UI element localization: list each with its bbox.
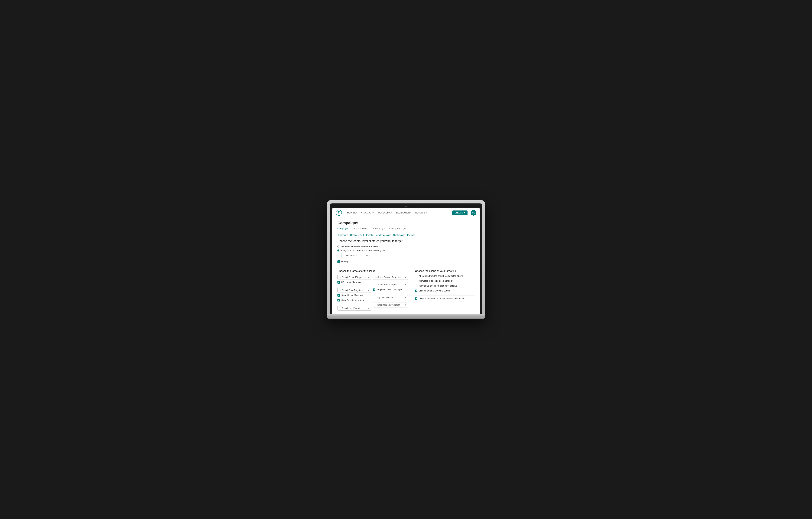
state-house-members-row: State House Members: [338, 294, 371, 297]
scope-all-targets-checkbox[interactable]: [415, 275, 417, 277]
state-senate-members-checkbox[interactable]: [338, 299, 340, 302]
section-divider: [338, 266, 474, 266]
scope-committees-checkbox[interactable]: [415, 280, 417, 282]
georgia-checkbox-row: Georgia: [338, 260, 474, 263]
scope-col: Choose the scope of your targeting All t…: [415, 269, 474, 301]
app-logo: [336, 210, 342, 216]
radio-all-states-label: All available states and federal level: [341, 245, 378, 248]
chevron-down-icon: ▾: [464, 212, 465, 214]
media-targets-dropdown[interactable]: --- Select Media Targets ---: [373, 282, 408, 287]
breadcrumb-sample-message[interactable]: Sample Message: [375, 234, 391, 236]
navbar: PEOPLE ▾ ADVOCACY ▾ MESSAGING ▾ LEGISLAT…: [332, 208, 480, 217]
page-title: Campaigns: [338, 221, 474, 225]
sub-tabs: Campaigns Campaign Report Custom Targets…: [338, 227, 474, 232]
breadcrumb-targets[interactable]: Targets: [366, 234, 373, 236]
georgia-checkbox[interactable]: [338, 261, 340, 263]
scope-committees-label: Members of specified committee(s): [419, 280, 453, 282]
scope-bill-sponsorship-row: Bill sponsorship or voting status: [415, 289, 474, 292]
allow-contact-label: Allow contact based on key contact relat…: [419, 298, 466, 300]
tab-campaigns[interactable]: Campaigns: [338, 227, 349, 231]
tab-custom-targets[interactable]: Custom Targets: [371, 227, 386, 231]
scope-committees-row: Members of specified committee(s): [415, 280, 474, 282]
tab-pending-messages[interactable]: Pending Messages: [388, 227, 407, 231]
scope-individuals-label: Individuals or custom groups of official…: [419, 285, 457, 287]
user-avatar[interactable]: PE: [471, 210, 476, 216]
state-targets-dropdown[interactable]: --- Select State Targets ---: [338, 288, 371, 293]
federal-state-title: Choose the federal level or states you w…: [338, 240, 474, 243]
nav-messaging[interactable]: MESSAGING ▾: [377, 211, 394, 215]
chevron-down-icon: ▾: [426, 212, 427, 214]
radio-selected-row: Only selected. Select from the following…: [338, 249, 474, 252]
laptop-base: [327, 314, 485, 317]
state-senate-members-row: State Senate Members: [338, 299, 371, 302]
scope-bill-sponsorship-label: Bill sponsorship or voting status: [419, 289, 450, 292]
scope-bill-sponsorship-checkbox[interactable]: [415, 289, 417, 292]
us-house-members-row: US House Members: [338, 281, 371, 283]
chevron-down-icon: ▾: [392, 212, 392, 214]
scope-all-targets-row: All targets from the chambers selected a…: [415, 275, 474, 277]
us-house-members-checkbox[interactable]: [338, 281, 340, 283]
state-select-dropdown[interactable]: --- Select State --- Georgia Alabama Flo…: [341, 253, 370, 258]
chevron-down-icon: ▾: [410, 212, 411, 214]
radio-all-states-row: All available states and federal level: [338, 245, 474, 248]
state-house-members-checkbox[interactable]: [338, 294, 340, 297]
radio-selected[interactable]: [338, 249, 340, 252]
radio-all-states[interactable]: [338, 245, 340, 248]
regulations-targets-dropdown[interactable]: --- Regulations.gov Targets ---: [373, 303, 408, 307]
tab-campaign-report[interactable]: Campaign Report: [352, 227, 368, 231]
us-house-members-label: US House Members: [341, 281, 361, 283]
laptop-bottom: [327, 317, 485, 319]
breadcrumb: Campaigns › Options › Alert › Targets › …: [338, 234, 474, 236]
laptop-camera: [405, 206, 407, 207]
georgia-label: Georgia: [341, 260, 349, 263]
create-button[interactable]: CREATE ▾: [453, 211, 467, 215]
custom-media-agency-regulations-col: --- Select Custom Targets --- --- Select…: [373, 275, 408, 311]
federal-targets-dropdown[interactable]: --- Select Federal Targets ---: [338, 275, 371, 280]
federal-state-local-col: --- Select Federal Targets --- US House …: [338, 275, 371, 311]
scope-all-targets-label: All targets from the chambers selected a…: [419, 275, 463, 277]
custom-targets-dropdown[interactable]: --- Select Custom Targets ---: [373, 275, 408, 280]
scope-section-title: Choose the scope of your targeting: [415, 269, 474, 272]
breadcrumb-options[interactable]: Options: [350, 234, 357, 236]
nav-legislation[interactable]: LEGISLATION ▾: [395, 211, 413, 215]
local-targets-dropdown[interactable]: --- Select Local Targets ---: [338, 306, 371, 311]
scope-items: All targets from the chambers selected a…: [415, 275, 474, 293]
regional-newspaper-checkbox[interactable]: [373, 288, 375, 291]
targets-grid: --- Select Federal Targets --- US House …: [338, 275, 408, 311]
allow-contact-row: Allow contact based on key contact relat…: [415, 298, 474, 300]
breadcrumb-promote[interactable]: Promote: [407, 234, 415, 236]
state-house-members-label: State House Members: [341, 294, 363, 297]
scope-individuals-row: Individuals or custom groups of official…: [415, 285, 474, 287]
breadcrumb-alert[interactable]: Alert: [359, 234, 364, 236]
nav-people[interactable]: PEOPLE ▾: [346, 211, 358, 215]
allow-contact-checkbox[interactable]: [415, 298, 417, 300]
state-senate-members-label: State Senate Members: [341, 299, 364, 302]
scope-individuals-checkbox[interactable]: [415, 285, 417, 287]
targets-scope-section: Choose the targets for this Issue --- Se…: [338, 269, 474, 311]
breadcrumb-campaigns[interactable]: Campaigns: [338, 234, 348, 236]
breadcrumb-confirmation[interactable]: Confirmation: [393, 234, 405, 236]
svg-point-0: [336, 210, 342, 215]
chevron-down-icon: ▾: [373, 212, 374, 214]
targets-section-title: Choose the targets for this Issue: [338, 269, 408, 272]
targets-col: Choose the targets for this Issue --- Se…: [338, 269, 408, 311]
nav-advocacy[interactable]: ADVOCACY ▾: [359, 211, 376, 215]
agency-contacts-dropdown[interactable]: --- Agency Contacts ---: [373, 295, 408, 300]
chevron-down-icon: ▾: [356, 212, 357, 214]
regional-newspaper-label: Regional Daily Newspaper: [377, 288, 403, 291]
targeting-radio-group: All available states and federal level O…: [338, 245, 474, 258]
radio-selected-label: Only selected. Select from the following…: [341, 249, 385, 252]
nav-reports[interactable]: REPORTS ▾: [414, 211, 428, 215]
regional-newspaper-row: Regional Daily Newspaper: [373, 288, 408, 291]
